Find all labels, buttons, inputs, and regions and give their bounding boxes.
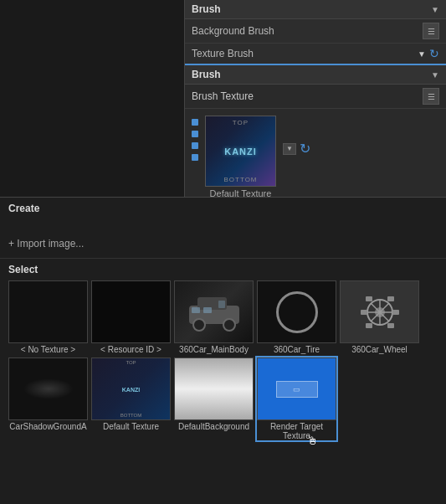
- sidebar-dots: [192, 116, 198, 164]
- small-kanzi-label: KANZI: [122, 386, 140, 392]
- car-wheel-thumb: [340, 280, 419, 343]
- texture-item-default-texture[interactable]: TOP KANZI BOTTOM Default Texture: [91, 357, 171, 440]
- dot-2: [192, 131, 198, 137]
- import-button[interactable]: + Import image...: [8, 234, 84, 253]
- texture-thumb-wrapper: TOP KANZI BOTTOM Default Texture: [205, 116, 276, 200]
- svg-rect-13: [366, 296, 372, 301]
- texture-thumbnail[interactable]: TOP KANZI BOTTOM: [205, 116, 276, 187]
- car-tire-label: 360Car_Tire: [274, 345, 320, 354]
- wheel-svg: [359, 291, 401, 333]
- texture-item-360car-mainbody[interactable]: 360Car_MainBody: [174, 280, 254, 354]
- svg-rect-6: [218, 301, 225, 308]
- car-shadow-label: CarShadowGroundA: [9, 422, 86, 431]
- select-label: Select: [8, 264, 438, 275]
- background-brush-icon-btn[interactable]: ☰: [423, 23, 439, 39]
- inner-brush-chevron-icon: ▼: [431, 70, 439, 80]
- texture-brush-icons: ▼ ↻: [418, 47, 439, 60]
- cursor-icon: 🖱: [306, 434, 318, 447]
- select-section: Select < No Texture > < Resource ID >: [0, 259, 446, 444]
- create-section: Create + Import image...: [0, 198, 446, 259]
- default-texture-name-label: Default Texture: [103, 422, 159, 431]
- texture-item-render-target[interactable]: ▭ Render Target Texture 🖱: [257, 357, 336, 440]
- car-mainbody-thumb: [174, 280, 254, 343]
- texture-item-no-texture[interactable]: < No Texture >: [8, 280, 88, 354]
- svg-rect-18: [387, 323, 394, 328]
- default-bg-label: DefaultBackground: [178, 422, 249, 431]
- texture-preview-area: TOP KANZI BOTTOM Default Texture ▼ ↻: [185, 109, 446, 207]
- default-bg-thumb: [174, 357, 254, 420]
- bottom-panel: Create + Import image... Select < No Tex…: [0, 197, 446, 504]
- bottom-label: BOTTOM: [223, 176, 257, 183]
- texture-brush-chevron-icon: ▼: [418, 49, 426, 59]
- small-bottom-label: BOTTOM: [120, 413, 142, 418]
- texture-refresh-btn[interactable]: ↻: [300, 141, 310, 157]
- inner-brush-header[interactable]: Brush ▼: [185, 65, 446, 85]
- car-tire-thumb: [257, 280, 336, 343]
- texture-action-controls: ▼ ↻: [283, 141, 310, 157]
- background-brush-row[interactable]: Background Brush ☰: [185, 19, 446, 44]
- brush-title: Brush: [192, 3, 221, 15]
- inner-brush-title: Brush: [192, 69, 221, 80]
- texture-item-360car-wheel[interactable]: 360Car_Wheel: [340, 280, 419, 354]
- dot-4: [192, 154, 198, 161]
- svg-rect-5: [203, 307, 212, 313]
- texture-brush-row[interactable]: Texture Brush ▼ ↻: [185, 44, 446, 65]
- resource-id-thumb: [91, 280, 171, 343]
- svg-rect-14: [387, 296, 394, 301]
- tire-circle: [276, 291, 318, 333]
- no-texture-thumb: [8, 280, 88, 343]
- texture-item-360car-tire[interactable]: 360Car_Tire: [257, 280, 336, 354]
- svg-rect-16: [392, 310, 399, 315]
- resource-id-label: < Resource ID >: [100, 345, 161, 354]
- texture-dropdown-btn[interactable]: ▼: [283, 143, 296, 155]
- texture-item-car-shadow[interactable]: CarShadowGroundA: [8, 357, 88, 440]
- brush-panel: Brush ▼ Background Brush ☰ Texture Brush…: [184, 0, 446, 208]
- svg-point-2: [193, 319, 205, 331]
- car-mainbody-svg: [185, 289, 244, 335]
- svg-rect-17: [366, 323, 372, 328]
- svg-rect-4: [192, 307, 200, 313]
- kanzi-logo: KANZI: [224, 147, 257, 157]
- brush-header[interactable]: Brush ▼: [185, 0, 446, 19]
- brush-texture-row[interactable]: Brush Texture ☰: [185, 85, 446, 109]
- render-target-label: Render Target Texture: [257, 422, 336, 440]
- create-label: Create: [8, 203, 438, 214]
- brush-texture-label: Brush Texture: [192, 90, 254, 102]
- texture-thumbnail-inner: TOP KANZI BOTTOM: [206, 116, 275, 186]
- texture-item-default-bg[interactable]: DefaultBackground: [174, 357, 254, 440]
- inner-brush-panel: Brush ▼ Brush Texture ☰ TOP: [185, 65, 446, 208]
- small-top-label: TOP: [126, 360, 136, 365]
- shadow-shape: [23, 378, 74, 399]
- top-label: TOP: [233, 119, 249, 126]
- background-brush-icons: ☰: [423, 23, 439, 39]
- brush-chevron-icon: ▼: [431, 5, 439, 14]
- render-target-icon: ▭: [276, 381, 318, 398]
- background-brush-label: Background Brush: [192, 25, 274, 37]
- brush-texture-icons: ☰: [423, 88, 439, 105]
- svg-point-3: [223, 319, 235, 331]
- car-shadow-thumb: [8, 357, 88, 420]
- default-tex-thumb: TOP KANZI BOTTOM: [91, 357, 171, 420]
- svg-rect-15: [361, 310, 367, 315]
- dot-3: [192, 142, 198, 149]
- car-wheel-label: 360Car_Wheel: [351, 345, 408, 354]
- texture-item-resource-id[interactable]: < Resource ID >: [91, 280, 171, 354]
- render-target-thumb: ▭: [257, 357, 336, 420]
- brush-texture-icon-btn[interactable]: ☰: [423, 88, 439, 105]
- dot-1: [192, 119, 198, 126]
- refresh-icon[interactable]: ↻: [429, 47, 439, 60]
- texture-brush-label: Texture Brush: [192, 48, 254, 59]
- texture-grid: < No Texture > < Resource ID >: [8, 280, 438, 440]
- no-texture-label: < No Texture >: [21, 345, 75, 354]
- car-mainbody-label: 360Car_MainBody: [179, 345, 249, 354]
